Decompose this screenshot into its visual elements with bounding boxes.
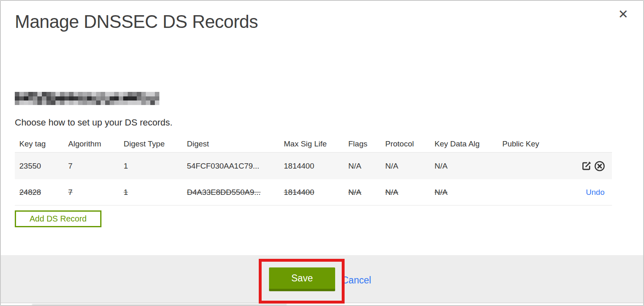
cell-digest: 54FCF030AA1C79... [187, 162, 284, 171]
col-header-max-sig-life: Max Sig Life [284, 139, 348, 148]
col-header-digest-type: Digest Type [124, 139, 187, 148]
redacted-domain-name [15, 92, 159, 105]
table-header-row: Key tag Algorithm Digest Type Digest Max… [15, 135, 612, 153]
cell-flags: N/A [348, 188, 385, 197]
undo-link[interactable]: Undo [586, 188, 605, 197]
col-header-protocol: Protocol [385, 139, 435, 148]
close-icon[interactable]: ✕ [618, 8, 628, 21]
cell-max-sig-life: 1814400 [284, 162, 348, 171]
cell-digest-type: 1 [124, 188, 187, 197]
cell-digest-type: 1 [124, 162, 187, 171]
cell-algorithm: 7 [68, 162, 124, 171]
save-button[interactable]: Save [269, 267, 335, 291]
cell-protocol: N/A [385, 188, 435, 197]
cell-key-tag: 24828 [19, 188, 68, 197]
cell-key-data-alg: N/A [435, 162, 502, 171]
col-header-flags: Flags [348, 139, 385, 148]
cell-protocol: N/A [385, 162, 435, 171]
ds-records-table: Key tag Algorithm Digest Type Digest Max… [15, 135, 612, 206]
table-row: 23550 7 1 54FCF030AA1C79... 1814400 N/A … [15, 153, 612, 179]
cell-digest: D4A33E8DD550A9... [187, 188, 284, 197]
delete-record-icon[interactable] [594, 160, 605, 172]
col-header-algorithm: Algorithm [68, 139, 124, 148]
col-header-key-data-alg: Key Data Alg [435, 139, 502, 148]
col-header-key-tag: Key tag [19, 139, 68, 148]
edit-record-icon[interactable] [581, 160, 592, 172]
page-title: Manage DNSSEC DS Records [15, 11, 258, 32]
col-header-digest: Digest [187, 139, 284, 148]
cell-max-sig-life: 1814400 [284, 188, 348, 197]
col-header-public-key: Public Key [502, 139, 556, 148]
table-row-deleted: 24828 7 1 D4A33E8DD550A9... 1814400 N/A … [15, 179, 612, 206]
cancel-link[interactable]: Cancel [342, 275, 371, 286]
instruction-text: Choose how to set up your DS records. [15, 117, 172, 128]
cell-key-tag: 23550 [19, 162, 68, 171]
add-ds-record-button[interactable]: Add DS Record [15, 210, 101, 227]
background-page-content [32, 304, 287, 306]
cell-algorithm: 7 [68, 188, 124, 197]
cell-flags: N/A [348, 162, 385, 171]
row-actions [556, 160, 612, 172]
cell-key-data-alg: N/A [435, 188, 502, 197]
